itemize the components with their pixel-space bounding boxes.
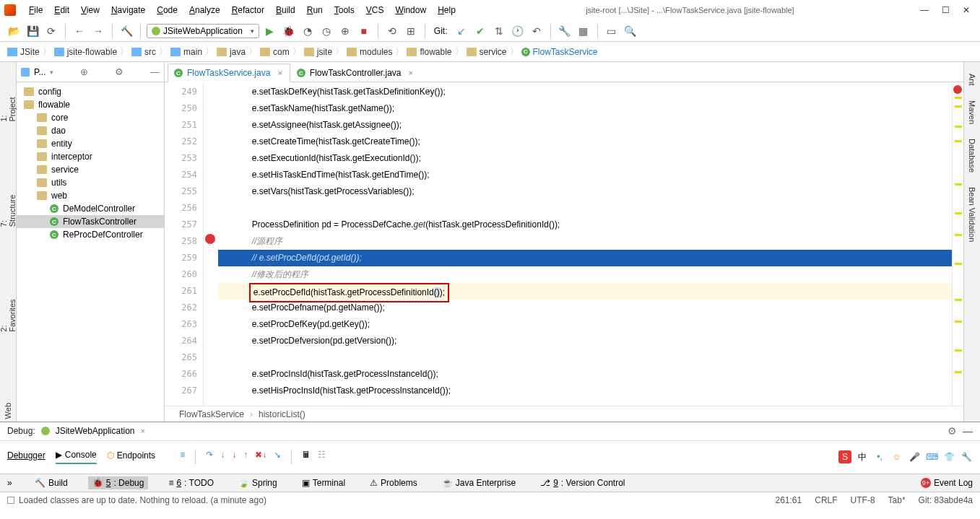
forward-icon[interactable]: → <box>90 23 106 39</box>
evaluate-icon[interactable]: 🖩 <box>302 450 311 464</box>
tree-item[interactable]: CFlowTaskController <box>17 215 164 228</box>
menu-help[interactable]: Help <box>433 4 460 17</box>
debug-hide-icon[interactable]: — <box>963 425 973 437</box>
debug-icon[interactable]: 🐞 <box>281 23 297 39</box>
tool-tab[interactable]: 2: Favorites <box>0 295 18 335</box>
step-over-icon[interactable]: ↷ <box>206 450 213 464</box>
tree-item[interactable]: CReProcDefController <box>17 228 164 241</box>
status-checkbox[interactable] <box>7 497 14 504</box>
tool-tab[interactable]: Ant <box>966 69 978 90</box>
force-step-icon[interactable]: ↓ <box>232 450 236 464</box>
drop-frame-icon[interactable]: ✖↓ <box>255 450 266 464</box>
git-history-icon[interactable]: 🕐 <box>510 23 526 39</box>
search-icon[interactable]: 🔍 <box>623 23 638 39</box>
minimize-button[interactable]: — <box>920 5 929 15</box>
maximize-button[interactable]: ☐ <box>942 5 950 15</box>
profile-icon[interactable]: ◷ <box>318 23 334 39</box>
tree-item[interactable]: interceptor <box>17 150 164 163</box>
menu-build[interactable]: Build <box>272 4 300 17</box>
tool-tab[interactable]: Maven <box>966 96 978 128</box>
bottom-tab[interactable]: ≡ 6: TODO <box>164 476 218 489</box>
indent-setting[interactable]: Tab* <box>888 495 906 505</box>
tree-item[interactable]: utils <box>17 176 164 189</box>
bottom-tab[interactable]: 🔨 Build <box>30 476 72 489</box>
error-indicator-icon[interactable] <box>953 85 962 94</box>
tool-tab[interactable]: Web <box>2 400 14 422</box>
bottom-tab[interactable]: 🍃 Spring <box>234 476 282 489</box>
git-update-icon[interactable]: ↙ <box>454 23 469 39</box>
menu-navigate[interactable]: Navigate <box>107 4 149 17</box>
bottom-tab[interactable]: 🐞 5: Debug <box>88 476 149 489</box>
breadcrumb-item[interactable]: src <box>131 47 156 57</box>
tree-item[interactable]: flowable <box>17 98 164 111</box>
run-icon[interactable]: ▶ <box>262 23 278 39</box>
breadcrumb-item[interactable]: modules <box>347 47 392 57</box>
project-tree[interactable]: configflowablecoredaoentityinterceptorse… <box>17 82 164 422</box>
caret-position[interactable]: 261:61 <box>776 495 802 505</box>
breadcrumb-item[interactable]: CFlowTaskService <box>521 47 598 57</box>
breadcrumb-item[interactable]: com <box>260 47 290 57</box>
menu-tools[interactable]: Tools <box>330 4 359 17</box>
menu-run[interactable]: Run <box>303 4 327 17</box>
ime-cn-icon[interactable]: 中 <box>856 450 869 463</box>
git-branch[interactable]: Git: 83abde4a <box>919 495 973 505</box>
expand-icon[interactable]: » <box>7 478 14 488</box>
marker-strip[interactable] <box>952 82 963 406</box>
run-config-selector[interactable]: JSiteWebApplication <box>147 24 259 38</box>
event-log[interactable]: 9+ Event Log <box>921 478 973 488</box>
menu-vcs[interactable]: VCS <box>362 4 389 17</box>
gear-icon[interactable]: ⚙ <box>115 66 123 77</box>
layout-icon[interactable]: ≡ <box>180 450 185 464</box>
menu-edit[interactable]: Edit <box>50 4 74 17</box>
bottom-tab[interactable]: ⚠ Problems <box>365 476 422 489</box>
tree-item[interactable]: dao <box>17 124 164 137</box>
trace-icon[interactable]: ☷ <box>318 450 326 464</box>
breadcrumb-item[interactable]: main <box>170 47 202 57</box>
menu-file[interactable]: File <box>25 4 47 17</box>
tool-tab[interactable]: Bean Validation <box>966 183 978 246</box>
editor-breadcrumb[interactable]: FlowTaskService›historicList() <box>165 406 963 422</box>
refresh-icon[interactable]: ⟳ <box>43 23 59 39</box>
file-encoding[interactable]: UTF-8 <box>851 495 875 505</box>
editor-tab[interactable]: CFlowTaskController.java× <box>290 64 421 82</box>
tree-item[interactable]: CDeModelController <box>17 202 164 215</box>
tree-item[interactable]: web <box>17 189 164 202</box>
tool-tab[interactable]: 7: Structure <box>0 190 18 230</box>
collapse-icon[interactable]: ⊕ <box>80 66 88 77</box>
line-separator[interactable]: CRLF <box>815 495 837 505</box>
save-icon[interactable]: 💾 <box>25 23 40 39</box>
breadcrumb-item[interactable]: service <box>467 47 507 57</box>
error-marker-icon[interactable] <box>205 234 215 244</box>
tool-tab[interactable]: 1: Project <box>0 91 18 125</box>
sogou-icon[interactable]: S <box>838 450 851 463</box>
git-revert-icon[interactable]: ↶ <box>529 23 545 39</box>
close-button[interactable]: ✕ <box>963 5 970 15</box>
breadcrumb-item[interactable]: jsite <box>304 47 332 57</box>
tasks-icon[interactable]: ▭ <box>604 23 620 39</box>
tree-item[interactable]: config <box>17 85 164 98</box>
menu-window[interactable]: Window <box>391 4 430 17</box>
build-icon[interactable]: 🔨 <box>118 23 134 39</box>
bottom-tab[interactable]: ▣ Terminal <box>298 476 350 489</box>
step-out-icon[interactable]: ↑ <box>243 450 248 464</box>
ime-keyboard-icon[interactable]: ⌨ <box>925 450 938 463</box>
update-icon[interactable]: ⟲ <box>384 23 400 39</box>
menu-refactor[interactable]: Refactor <box>227 4 269 17</box>
editor-tab[interactable]: CFlowTaskService.java× <box>168 64 290 82</box>
breadcrumb-item[interactable]: jsite-flowable <box>54 47 117 57</box>
ime-tool-icon[interactable]: 🔧 <box>960 450 973 463</box>
ime-skin-icon[interactable]: 👕 <box>942 450 955 463</box>
open-icon[interactable]: 📂 <box>6 23 22 39</box>
step-into-icon[interactable]: ↓ <box>220 450 225 464</box>
tool-tab[interactable]: Database <box>966 134 978 177</box>
structure-icon[interactable]: ▦ <box>576 23 591 39</box>
breadcrumb-item[interactable]: flowable <box>407 47 451 57</box>
console-tab[interactable]: ▶ Console <box>56 450 97 464</box>
run-to-cursor-icon[interactable]: ↘ <box>274 450 281 464</box>
attach-icon[interactable]: ⊕ <box>337 23 353 39</box>
code-editor[interactable]: e.setTaskDefKey(histTask.getTaskDefiniti… <box>218 82 952 406</box>
coverage-icon[interactable]: ◔ <box>300 23 316 39</box>
services-icon[interactable]: ⊞ <box>403 23 419 39</box>
bottom-tab[interactable]: ⎇ 9: Version Control <box>536 476 629 489</box>
debug-settings-icon[interactable]: ⚙ <box>948 425 957 437</box>
